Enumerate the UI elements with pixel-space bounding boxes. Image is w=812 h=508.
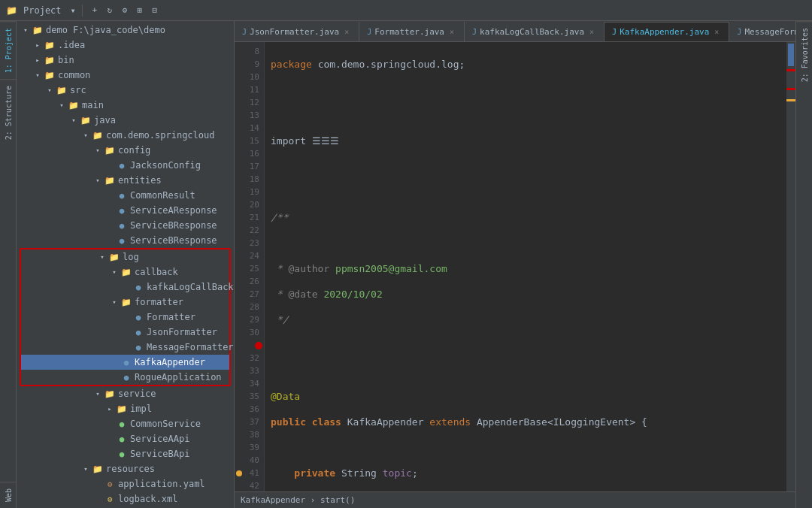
code-content[interactable]: package com.demo.springcloud.log; import… bbox=[265, 42, 786, 491]
ln-9: 9 bbox=[235, 58, 264, 71]
tree-item-entities[interactable]: ▾ 📁 entities bbox=[17, 173, 234, 188]
common-label: common bbox=[58, 70, 90, 80]
tab-icon-kafkalogcallback: J bbox=[472, 28, 477, 36]
add-icon[interactable]: + bbox=[89, 5, 101, 17]
warning-marker bbox=[786, 99, 795, 101]
tab-close-kafkaappender[interactable]: × bbox=[712, 28, 721, 37]
tree-item-jsonformatter[interactable]: ● JsonFormatter bbox=[21, 325, 229, 340]
right-scrollbar[interactable] bbox=[786, 42, 795, 491]
tab-kafkalogcallback[interactable]: J kafkaLogCallBack.java × bbox=[465, 22, 604, 41]
tree-item-servicearesp[interactable]: ● ServiceAResponse bbox=[17, 203, 234, 218]
ln-41: 41 bbox=[235, 467, 264, 479]
idea-label: .idea bbox=[58, 40, 85, 50]
tree-item-common[interactable]: ▾ 📁 common bbox=[17, 68, 234, 83]
tree-root[interactable]: ▾ 📁 demo F:\java_code\demo bbox=[17, 23, 234, 38]
tree-item-main[interactable]: ▾ 📁 main bbox=[17, 98, 234, 113]
formatter-folder-label: formatter bbox=[135, 297, 183, 307]
tree-item-logbackxml[interactable]: ⚙ logback.xml bbox=[17, 491, 234, 506]
bin-label: bin bbox=[58, 55, 74, 65]
ln-18: 18 bbox=[235, 173, 264, 186]
code-l18: */ bbox=[271, 313, 780, 326]
tab-formatter[interactable]: J Formatter.java × bbox=[359, 22, 465, 41]
resources-folder-icon: 📁 bbox=[92, 463, 104, 475]
tree-item-appyaml[interactable]: ⚙ application.yaml bbox=[17, 476, 234, 491]
ln-20: 20 bbox=[235, 198, 264, 211]
servicebresp-label: ServiceBResponse bbox=[130, 220, 217, 231]
tree-item-log[interactable]: ▾ 📁 log bbox=[21, 249, 229, 265]
tree-item-commonservice[interactable]: ● CommonService bbox=[17, 416, 234, 431]
expand-icon[interactable]: ⊞ bbox=[134, 5, 146, 17]
tab-close-jsonformatter[interactable]: × bbox=[342, 27, 351, 36]
code-l22: public class KafkaAppender extends Appen… bbox=[271, 416, 780, 428]
tree-item-config[interactable]: ▾ 📁 config bbox=[17, 143, 234, 158]
ln-40: 40 bbox=[235, 454, 264, 467]
breadcrumb-text: KafkaAppender › start() bbox=[241, 495, 355, 505]
tab-label-jsonformatter: JsonFormatter.java bbox=[250, 27, 339, 37]
tree-item-servicebresp2[interactable]: ● ServiceBResponse bbox=[17, 233, 234, 248]
top-toolbar: 📁 Project ▾ + ↻ ⚙ ⊞ ⊟ bbox=[0, 0, 812, 21]
tree-item-serviceaapi[interactable]: ● ServiceAApi bbox=[17, 431, 234, 446]
code-l17: * @date 2020/10/02 bbox=[271, 288, 780, 301]
ln-27: 27 bbox=[235, 288, 264, 301]
code-l16: * @author ppmsn2005@gmail.com bbox=[271, 262, 780, 275]
root-arrow: ▾ bbox=[20, 24, 32, 36]
tree-item-service[interactable]: ▾ 📁 service bbox=[17, 386, 234, 401]
log-folder-icon: 📁 bbox=[108, 251, 120, 263]
tab-kafkaappender[interactable]: J KafkaAppender.java × bbox=[604, 22, 729, 41]
tree-item-rogueapp[interactable]: ● RogueApplication bbox=[21, 370, 229, 385]
formatter-icon: ● bbox=[132, 311, 144, 323]
scrollbar-spacer2 bbox=[786, 90, 795, 98]
tree-item-commonresult[interactable]: ● CommonResult bbox=[17, 188, 234, 203]
tree-item-bin[interactable]: ▸ 📁 bin bbox=[17, 53, 234, 68]
tree-item-formatter[interactable]: ● Formatter bbox=[21, 310, 229, 325]
code-l15 bbox=[271, 237, 780, 249]
resources-label: resources bbox=[106, 464, 155, 474]
tree-item-callback[interactable]: ▾ 📁 callback bbox=[21, 265, 229, 280]
code-l23 bbox=[271, 441, 780, 454]
tree-item-package[interactable]: ▾ 📁 com.demo.springcloud bbox=[17, 128, 234, 143]
tab-jsonformatter[interactable]: J JsonFormatter.java × bbox=[235, 22, 359, 41]
project-icon: 📁 bbox=[6, 5, 17, 16]
code-l19 bbox=[271, 339, 780, 352]
ln-17: 17 bbox=[235, 160, 264, 173]
common-folder-icon: 📁 bbox=[44, 69, 56, 81]
tab-close-kafkalogcallback[interactable]: × bbox=[587, 27, 596, 36]
java-arrow: ▾ bbox=[68, 114, 80, 126]
ln-16: 16 bbox=[235, 147, 264, 160]
tree-item-messageformatter[interactable]: ● MessageFormatter bbox=[21, 340, 229, 355]
web-tab[interactable]: Web bbox=[0, 482, 16, 508]
appyaml-label: application.yaml bbox=[118, 479, 205, 489]
tab-close-formatter[interactable]: × bbox=[447, 27, 456, 36]
tree-item-idea[interactable]: ▸ 📁 .idea bbox=[17, 38, 234, 53]
messageformatter-icon: ● bbox=[132, 341, 144, 353]
tree-item-formatter-folder[interactable]: ▾ 📁 formatter bbox=[21, 295, 229, 310]
tree-item-jacksonconfig[interactable]: ● JacksonConfig bbox=[17, 158, 234, 173]
settings-icon[interactable]: ⚙ bbox=[119, 5, 131, 17]
ln-8: 8 bbox=[235, 45, 264, 58]
structure-tab[interactable]: 2: Structure bbox=[0, 79, 16, 146]
tree-item-impl[interactable]: ▸ 📁 impl bbox=[17, 401, 234, 416]
sync-icon[interactable]: ↻ bbox=[104, 5, 116, 17]
no-arrow10 bbox=[108, 356, 120, 368]
tree-item-src[interactable]: ▾ 📁 src bbox=[17, 83, 234, 98]
tree-item-java[interactable]: ▾ 📁 java bbox=[17, 113, 234, 128]
idea-folder-icon: 📁 bbox=[44, 39, 56, 51]
no-arrow16 bbox=[92, 493, 104, 505]
tree-item-kafkalogcallback[interactable]: ● kafkaLogCallBack bbox=[21, 280, 229, 295]
entities-folder-icon: 📁 bbox=[104, 174, 116, 186]
toolbar-dropdown[interactable]: ▾ bbox=[71, 5, 76, 16]
no-arrow9 bbox=[120, 341, 132, 353]
tree-item-resources[interactable]: ▾ 📁 resources bbox=[17, 461, 234, 476]
formatter-folder-icon: 📁 bbox=[120, 296, 132, 308]
favorites-tab[interactable]: 2: Favorites bbox=[796, 21, 812, 88]
tree-item-servicebapi[interactable]: ● ServiceBApi bbox=[17, 446, 234, 461]
collapse-icon[interactable]: ⊟ bbox=[149, 5, 161, 17]
tab-messageformatter[interactable]: J MessageFormatter.java × bbox=[729, 22, 795, 41]
toolbar-separator bbox=[82, 5, 83, 17]
tree-item-kafkaappender[interactable]: ● KafkaAppender bbox=[21, 355, 229, 370]
tree-item-servicebresp[interactable]: ● ServiceBResponse bbox=[17, 218, 234, 233]
status-breadcrumb: KafkaAppender › start() bbox=[241, 495, 355, 505]
project-tab[interactable]: 1: Project bbox=[0, 21, 16, 79]
no-arrow7 bbox=[120, 311, 132, 323]
scrollbar-spacer bbox=[786, 71, 795, 86]
